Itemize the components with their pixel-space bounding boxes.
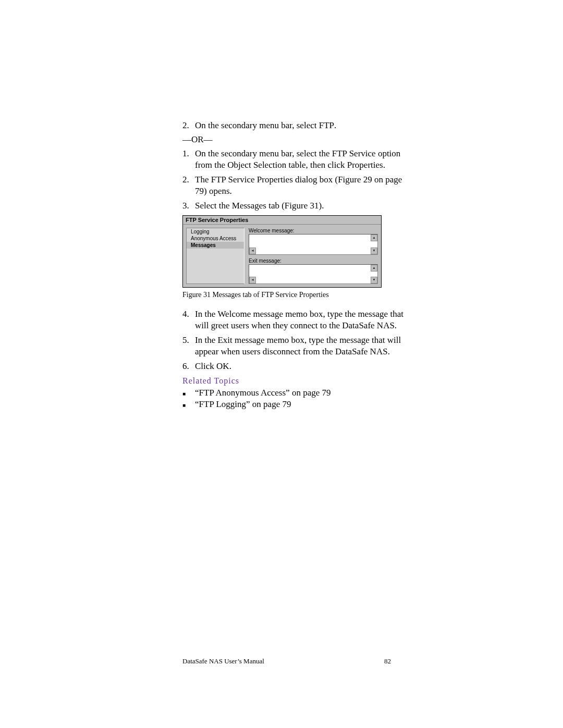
dialog-sidebar: Logging Anonymous Access Messages: [186, 228, 244, 284]
sidebar-item-messages[interactable]: Messages: [187, 242, 244, 249]
bullet-icon: ■: [182, 391, 195, 397]
related-item-2: ■ “FTP Logging” on page 79: [182, 399, 407, 410]
ui-label-messages: Messages: [232, 201, 266, 211]
exit-message-label: Exit message:: [249, 258, 378, 264]
step-body: Click OK.: [195, 361, 407, 372]
step-body: On the secondary menu bar, select the FT…: [195, 148, 407, 171]
ui-label-welcome-message: Welcome message: [217, 309, 283, 319]
step-number: 4.: [182, 309, 195, 331]
ui-label-exit-message: Exit message: [217, 335, 264, 345]
figure-caption: Figure 31 Messages tab of FTP Service Pr…: [182, 291, 407, 299]
step-body: The FTP Service Properties dialog box (F…: [195, 174, 407, 197]
text: Select the: [195, 201, 232, 211]
text: In the: [195, 335, 217, 345]
step-b1: 1. On the secondary menu bar, select the…: [182, 148, 407, 171]
related-item-1: ■ “FTP Anonymous Access” on page 79: [182, 388, 407, 398]
related-link-anonymous[interactable]: “FTP Anonymous Access” on page 79: [195, 388, 331, 398]
bullet-icon: ■: [182, 402, 195, 408]
footer-page-number: 82: [384, 657, 391, 665]
step-b2: 2. The FTP Service Properties dialog box…: [182, 174, 407, 197]
manual-page: 2. On the secondary menu bar, select FTP…: [0, 0, 563, 728]
dialog-right-pane: Welcome message: ▲ ▼ ◄ Exit message: ▲ ▼…: [249, 228, 378, 284]
step-number: 3.: [182, 200, 195, 212]
step-body: In the Welcome message memo box, type th…: [195, 309, 407, 331]
scroll-up-icon[interactable]: ▲: [371, 235, 377, 241]
sidebar-item-anonymous[interactable]: Anonymous Access: [187, 235, 244, 242]
text: table, then click: [286, 160, 347, 170]
step-b3: 3. Select the Messages tab (Figure 31).: [182, 200, 407, 212]
text: On the secondary menu bar, select the: [195, 149, 332, 158]
related-topics-heading: Related Topics: [182, 376, 407, 386]
step-number: 1.: [182, 148, 195, 171]
step-number: 5.: [182, 335, 195, 357]
or-separator: —OR—: [182, 134, 407, 145]
ui-label-ftp: FTP: [319, 120, 334, 130]
step-body: Select the Messages tab (Figure 31).: [195, 200, 407, 212]
page-footer: DataSafe NAS User’s Manual 82: [182, 657, 391, 665]
scroll-left-icon[interactable]: ◄: [249, 277, 256, 283]
dialog-title: FTP Service Properties: [183, 216, 381, 225]
text: On the secondary menu bar, select: [195, 120, 319, 130]
step-c4: 4. In the Welcome message memo box, type…: [182, 309, 407, 331]
exit-message-memo[interactable]: ▲ ▼ ◄: [249, 264, 378, 284]
scroll-down-icon[interactable]: ▼: [371, 277, 377, 283]
text: .: [383, 160, 385, 170]
scroll-up-icon[interactable]: ▲: [371, 265, 377, 272]
footer-title: DataSafe NAS User’s Manual: [182, 657, 264, 665]
step-body: On the secondary menu bar, select FTP.: [195, 120, 407, 131]
step-c5: 5. In the Exit message memo box, type th…: [182, 335, 407, 357]
ui-label-ftp-service: FTP Service: [332, 149, 376, 158]
step-number: 6.: [182, 361, 195, 372]
ui-label-properties: Properties: [347, 160, 383, 170]
step-c6: 6. Click OK.: [182, 361, 407, 372]
welcome-message-memo[interactable]: ▲ ▼ ◄: [249, 234, 378, 255]
text: In the: [195, 309, 217, 319]
step-number: 2.: [182, 174, 195, 197]
step-a2: 2. On the secondary menu bar, select FTP…: [182, 120, 407, 131]
scroll-left-icon[interactable]: ◄: [249, 248, 256, 254]
ui-label-ok: OK: [216, 361, 229, 371]
text: .: [334, 120, 336, 130]
related-link-logging[interactable]: “FTP Logging” on page 79: [195, 399, 291, 410]
sidebar-item-logging[interactable]: Logging: [187, 228, 244, 235]
step-body: In the Exit message memo box, type the m…: [195, 335, 407, 357]
text: tab (Figure 31).: [266, 201, 324, 211]
welcome-message-label: Welcome message:: [249, 228, 378, 233]
dialog-body: Logging Anonymous Access Messages Welcom…: [183, 225, 381, 287]
text: .: [229, 361, 231, 371]
ftp-service-properties-dialog: FTP Service Properties Logging Anonymous…: [182, 215, 382, 288]
text: Click: [195, 361, 216, 371]
scroll-down-icon[interactable]: ▼: [371, 248, 377, 254]
ui-label-object-selection: Object Selection: [227, 160, 286, 170]
step-number: 2.: [182, 120, 195, 131]
